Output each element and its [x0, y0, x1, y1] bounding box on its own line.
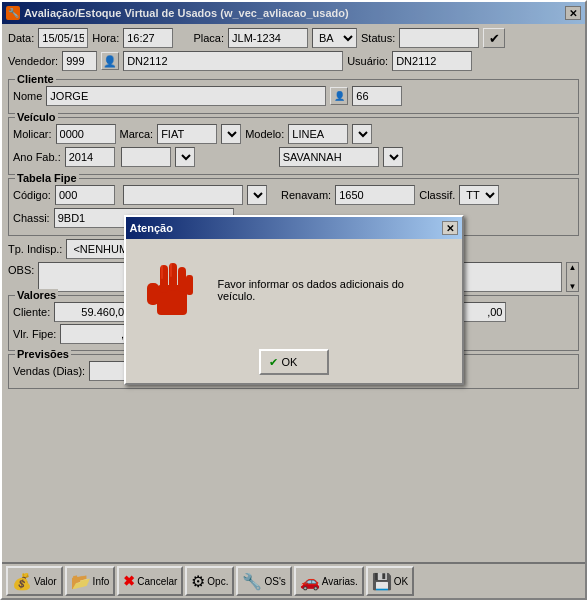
modal-window: Atenção ✕	[124, 215, 464, 385]
warning-hand-icon	[142, 255, 202, 325]
modal-ok-button[interactable]: ✔ OK	[259, 349, 329, 375]
svg-rect-7	[170, 263, 172, 277]
modal-footer: ✔ OK	[126, 341, 462, 383]
modal-title: Atenção	[130, 222, 173, 234]
svg-rect-5	[186, 275, 193, 295]
svg-rect-4	[178, 267, 186, 292]
modal-body: Favor informar os dados adicionais do ve…	[126, 239, 462, 341]
svg-rect-1	[147, 283, 159, 305]
ok-check-icon: ✔	[269, 356, 278, 369]
modal-close-button[interactable]: ✕	[442, 221, 458, 235]
modal-message: Favor informar os dados adicionais do ve…	[218, 278, 404, 302]
main-window: 🔧 Avaliação/Estoque Virtual de Usados (w…	[0, 0, 587, 600]
modal-text-line1: Favor informar os dados adicionais do	[218, 278, 404, 290]
modal-title-bar: Atenção ✕	[126, 217, 462, 239]
modal-overlay: Atenção ✕	[2, 2, 585, 598]
modal-text-line2: veículo.	[218, 290, 256, 302]
svg-rect-6	[161, 265, 163, 279]
